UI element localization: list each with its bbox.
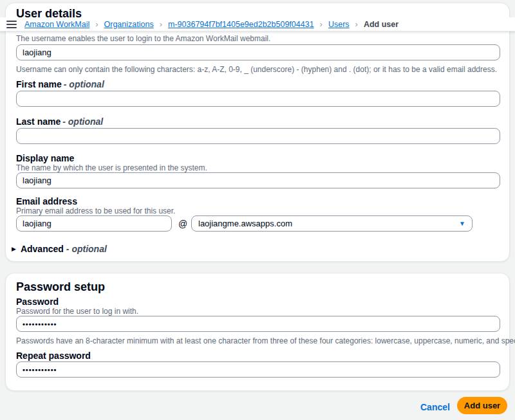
username-description: The username enables the user to login t… bbox=[16, 34, 270, 44]
dropdown-caret-icon: ▼ bbox=[459, 221, 465, 227]
email-address-label: Email address bbox=[16, 196, 77, 207]
breadcrumb: Amazon WorkMail › Organizations › m-9036… bbox=[24, 20, 398, 29]
advanced-expander[interactable]: ▶ Advanced - optional bbox=[12, 244, 107, 254]
first-name-label: First name- optional bbox=[16, 79, 104, 90]
display-name-input[interactable] bbox=[16, 172, 500, 188]
display-name-label: Display name bbox=[16, 153, 74, 164]
cancel-button[interactable]: Cancel bbox=[420, 400, 450, 414]
user-details-card: User details The username enables the us… bbox=[5, 3, 510, 262]
repeat-password-label: Repeat password bbox=[16, 351, 91, 361]
breadcrumb-users[interactable]: Users bbox=[328, 20, 350, 29]
repeat-password-input[interactable] bbox=[16, 361, 500, 378]
username-input[interactable] bbox=[16, 44, 500, 60]
breadcrumb-separator-icon: › bbox=[355, 20, 358, 28]
username-constraint: Username can only contain the following … bbox=[16, 65, 497, 75]
breadcrumb-bar: Amazon WorkMail › Organizations › m-9036… bbox=[0, 17, 515, 32]
menu-hamburger-icon[interactable] bbox=[6, 21, 17, 28]
breadcrumb-workmail[interactable]: Amazon WorkMail bbox=[24, 20, 89, 29]
breadcrumb-separator-icon: › bbox=[95, 20, 98, 28]
display-name-description: The name by which the user is presented … bbox=[16, 163, 207, 173]
add-user-button[interactable]: Add user bbox=[457, 397, 507, 414]
password-constraint: Passwords have an 8-character minimum wi… bbox=[16, 336, 515, 346]
password-setup-title: Password setup bbox=[16, 280, 105, 294]
password-label: Password bbox=[16, 297, 59, 307]
breadcrumb-separator-icon: › bbox=[160, 20, 162, 28]
password-setup-card: Password setup Password Password for the… bbox=[5, 273, 510, 391]
last-name-label: Last name- optional bbox=[16, 116, 103, 127]
advanced-optional-suffix: - optional bbox=[66, 244, 107, 254]
at-sign: @ bbox=[178, 219, 187, 229]
email-description: Primary email address to be used for thi… bbox=[16, 206, 175, 216]
password-input[interactable] bbox=[16, 316, 500, 332]
breadcrumb-separator-icon: › bbox=[320, 20, 323, 28]
password-description: Password for the user to log in with. bbox=[16, 307, 138, 316]
advanced-label: Advanced bbox=[21, 244, 64, 254]
email-domain-value: laojiangme.awsapps.com bbox=[198, 219, 292, 228]
add-user-page: User details The username enables the us… bbox=[0, 0, 515, 420]
breadcrumb-current-add-user: Add user bbox=[364, 20, 398, 29]
email-local-part-input[interactable] bbox=[16, 215, 172, 232]
first-name-input[interactable] bbox=[16, 91, 500, 107]
expander-arrow-icon: ▶ bbox=[12, 246, 16, 252]
email-domain-select[interactable]: laojiangme.awsapps.com ▼ bbox=[191, 215, 473, 232]
last-name-input[interactable] bbox=[16, 128, 500, 144]
breadcrumb-organization-id[interactable]: m-9036794f7bf1405e9ed2b2b509f04431 bbox=[168, 20, 314, 29]
breadcrumb-organizations[interactable]: Organizations bbox=[104, 20, 154, 29]
